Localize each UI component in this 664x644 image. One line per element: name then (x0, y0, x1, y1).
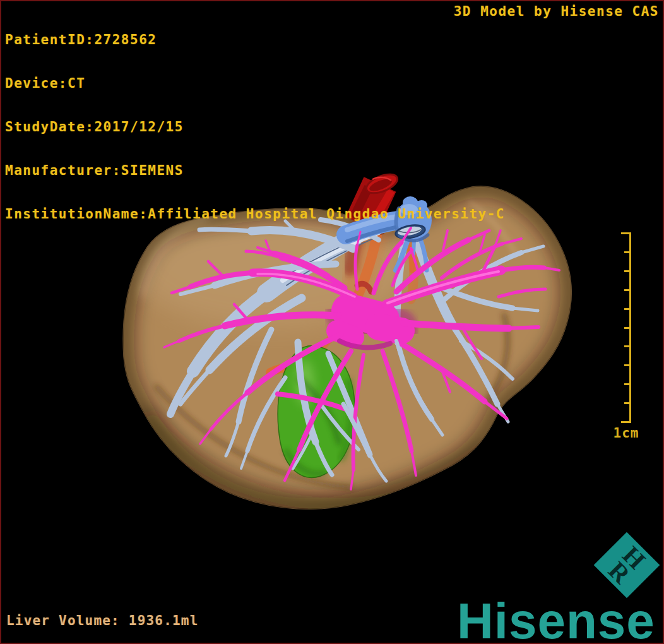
scale-bar-tick (621, 232, 630, 234)
scale-bar-tick (624, 402, 630, 404)
study-date-line: StudyDate:2017/12/15 (5, 120, 505, 134)
scale-bar-tick (624, 289, 630, 291)
scale-bar-tick (624, 327, 630, 329)
patient-id-line: PatientID:2728562 (5, 33, 505, 47)
viewer-canvas[interactable]: PatientID:2728562 Device:CT StudyDate:20… (0, 0, 664, 644)
scale-bar: 1cm (621, 232, 631, 423)
badge-letter-r: R (605, 559, 633, 587)
device-line: Device:CT (5, 76, 505, 91)
patient-info-overlay: PatientID:2728562 Device:CT StudyDate:20… (5, 4, 505, 251)
scale-bar-tick (624, 345, 630, 347)
scale-bar-tick (624, 308, 630, 310)
scale-bar-tick (624, 383, 630, 385)
institution-line: InstitutionName:Affiliated Hospital Qing… (5, 207, 505, 222)
scale-bar-tick (624, 364, 630, 366)
scale-bar-label: 1cm (609, 426, 643, 441)
liver-volume-readout: Liver Volume: 1936.1ml (6, 614, 199, 628)
hisense-logo: Hisense (457, 592, 655, 644)
scale-bar-tick (621, 421, 630, 423)
manufacturer-line: Manufacturer:SIEMENS (5, 164, 505, 178)
scale-bar-tick (624, 251, 630, 253)
scale-bar-tick (624, 270, 630, 272)
watermark-text: 3D Model by Hisense CAS (454, 4, 659, 19)
